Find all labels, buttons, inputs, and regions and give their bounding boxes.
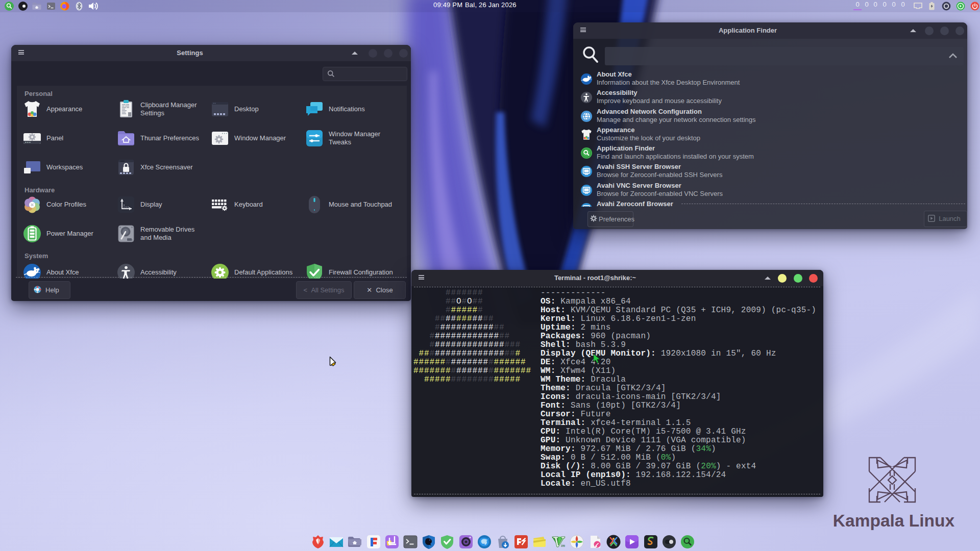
svg-text:im: im	[561, 543, 565, 548]
svg-text:Kampala Linux: Kampala Linux	[833, 511, 955, 530]
